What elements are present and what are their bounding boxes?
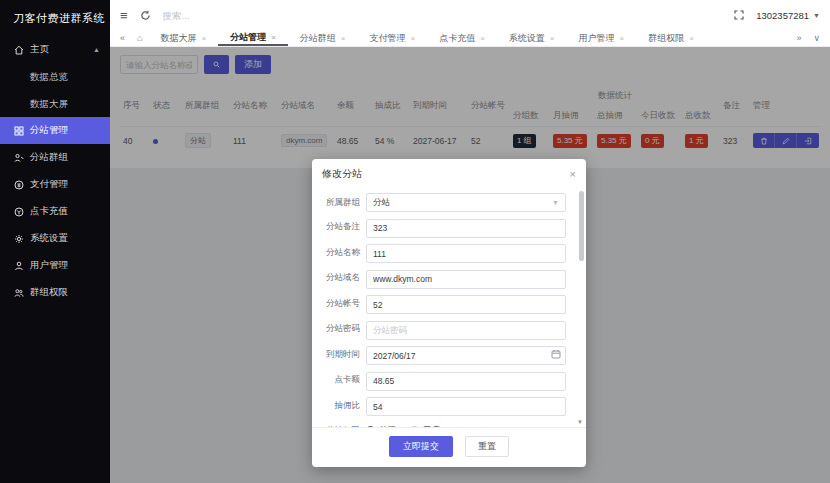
sidebar-item-label: 支付管理: [30, 178, 68, 191]
sidebar-item-label: 主页: [30, 43, 49, 56]
sidebar-item-label: 系统设置: [30, 232, 68, 245]
field-group: 所属群组 分站 ▼: [318, 193, 566, 212]
tab-label: 分站管理: [230, 31, 266, 44]
expire-date-input[interactable]: [366, 346, 566, 365]
sidebar-item-site-management[interactable]: 分站管理: [0, 117, 110, 144]
sidebar-item-group-permissions[interactable]: 群组权限: [0, 279, 110, 306]
tab-label: 点卡充值: [439, 32, 475, 45]
close-icon[interactable]: ×: [341, 34, 346, 43]
close-icon[interactable]: ×: [410, 34, 415, 43]
field-permission: 分站权限 关闭 开启: [318, 421, 566, 427]
user-icon: [13, 260, 24, 271]
close-icon[interactable]: ×: [271, 33, 276, 42]
scroll-down-icon[interactable]: ▼: [577, 419, 583, 425]
permission-radio-off[interactable]: 关闭: [366, 425, 396, 428]
sidebar-item-label: 分站群组: [30, 151, 68, 164]
collapse-arrow-icon: ▲: [93, 46, 100, 53]
ratio-input[interactable]: [366, 397, 566, 416]
field-label: 分站域名: [318, 272, 366, 284]
sidebar-item-user-management[interactable]: 用户管理: [0, 252, 110, 279]
home-icon: [13, 44, 24, 55]
tab-card-recharge[interactable]: 点卡充值 ×: [427, 30, 497, 46]
payment-icon: [13, 179, 24, 190]
refresh-icon[interactable]: [140, 10, 151, 21]
radio-dot-icon: [410, 426, 419, 427]
chevron-down-icon: ▼: [813, 12, 820, 19]
group-select-value: 分站: [373, 197, 390, 209]
tabs-forward-icon[interactable]: »: [790, 30, 807, 46]
group-select[interactable]: 分站 ▼: [366, 193, 566, 212]
edit-site-modal: 修改分站 × 所属群组 分站 ▼: [312, 159, 586, 467]
account-input[interactable]: [366, 295, 566, 314]
calendar-icon[interactable]: [551, 349, 561, 359]
tab-payment[interactable]: 支付管理 ×: [357, 30, 427, 46]
field-password: 分站密码: [318, 319, 566, 340]
sidebar-item-payment[interactable]: 支付管理: [0, 171, 110, 198]
tab-label: 用户管理: [578, 32, 614, 45]
tab-label: 数据大屏: [160, 32, 196, 45]
sidebar-item-label: 用户管理: [30, 259, 68, 272]
tab-user-management[interactable]: 用户管理 ×: [566, 30, 636, 46]
main-area: ≡ 1302357281 ▼ « ⌂ 数据大屏 × 分站管理: [110, 0, 830, 483]
field-account: 分站帐号: [318, 294, 566, 315]
sidebar-item-data-overview[interactable]: 数据总览: [0, 63, 110, 90]
tab-site-management[interactable]: 分站管理 ×: [218, 30, 288, 46]
field-name: 分站名称: [318, 243, 566, 264]
sidebar-item-system-settings[interactable]: 系统设置: [0, 225, 110, 252]
modal-close-icon[interactable]: ×: [570, 169, 576, 180]
modal-scrollbar: ▼: [579, 191, 584, 423]
sidebar-item-card-recharge[interactable]: 点卡充值: [0, 198, 110, 225]
tab-system-settings[interactable]: 系统设置 ×: [497, 30, 567, 46]
hamburger-menu-icon[interactable]: ≡: [120, 9, 128, 22]
tab-group-permissions[interactable]: 群组权限 ×: [636, 30, 706, 46]
field-domain: 分站域名: [318, 268, 566, 289]
close-icon[interactable]: ×: [619, 34, 624, 43]
close-icon[interactable]: ×: [480, 34, 485, 43]
scrollbar-thumb[interactable]: [579, 191, 584, 261]
reset-button[interactable]: 重置: [465, 436, 509, 457]
tab-site-groups[interactable]: 分站群组 ×: [288, 30, 358, 46]
modal-body: 所属群组 分站 ▼ 分站备注: [312, 187, 586, 427]
tab-home-icon[interactable]: ⌂: [131, 30, 148, 46]
tab-bar-controls: » ∨: [790, 30, 826, 46]
field-remark: 分站备注: [318, 217, 566, 238]
sidebar-item-site-groups[interactable]: 分站群组: [0, 144, 110, 171]
grid-icon: [13, 125, 24, 136]
remark-input[interactable]: [366, 219, 566, 238]
top-header: ≡ 1302357281 ▼: [110, 0, 830, 30]
modal-title: 修改分站: [322, 167, 362, 181]
sidebar-item-home[interactable]: 主页 ▲: [0, 36, 110, 63]
sidebar: 刀客付费进群系统 主页 ▲ 数据总览 数据大屏 分站管理: [0, 0, 110, 483]
radio-label: 关闭: [379, 425, 396, 428]
field-label: 点卡额: [318, 374, 366, 386]
tabs-collapse-icon[interactable]: «: [114, 30, 131, 46]
sidebar-item-data-screen[interactable]: 数据大屏: [0, 90, 110, 117]
field-card-amount: 点卡额: [318, 370, 566, 391]
submit-button[interactable]: 立即提交: [389, 436, 453, 457]
domain-input[interactable]: [366, 270, 566, 289]
users-group-icon: [13, 287, 24, 298]
field-label: 抽佣比: [318, 400, 366, 412]
close-icon[interactable]: ×: [550, 34, 555, 43]
radio-label: 开启: [423, 425, 440, 428]
field-ratio: 抽佣比: [318, 396, 566, 417]
tab-label: 系统设置: [509, 32, 545, 45]
field-label: 所属群组: [318, 197, 366, 209]
field-label: 分站帐号: [318, 298, 366, 310]
close-icon[interactable]: ×: [689, 34, 694, 43]
card-amount-input[interactable]: [366, 372, 566, 391]
tab-label: 支付管理: [369, 32, 405, 45]
tabs-menu-icon[interactable]: ∨: [807, 30, 826, 46]
user-menu[interactable]: 1302357281 ▼: [756, 10, 820, 21]
site-name-input[interactable]: [366, 244, 566, 263]
fullscreen-icon[interactable]: [734, 10, 744, 20]
tab-label: 分站群组: [300, 32, 336, 45]
field-label: 分站密码: [318, 323, 366, 335]
close-icon[interactable]: ×: [201, 34, 206, 43]
global-search-input[interactable]: [163, 10, 273, 21]
permission-radio-on[interactable]: 开启: [410, 425, 440, 428]
password-input[interactable]: [366, 321, 566, 340]
field-expire: 到期时间: [318, 345, 566, 366]
users-icon: [13, 152, 24, 163]
tab-data-screen[interactable]: 数据大屏 ×: [148, 30, 218, 46]
